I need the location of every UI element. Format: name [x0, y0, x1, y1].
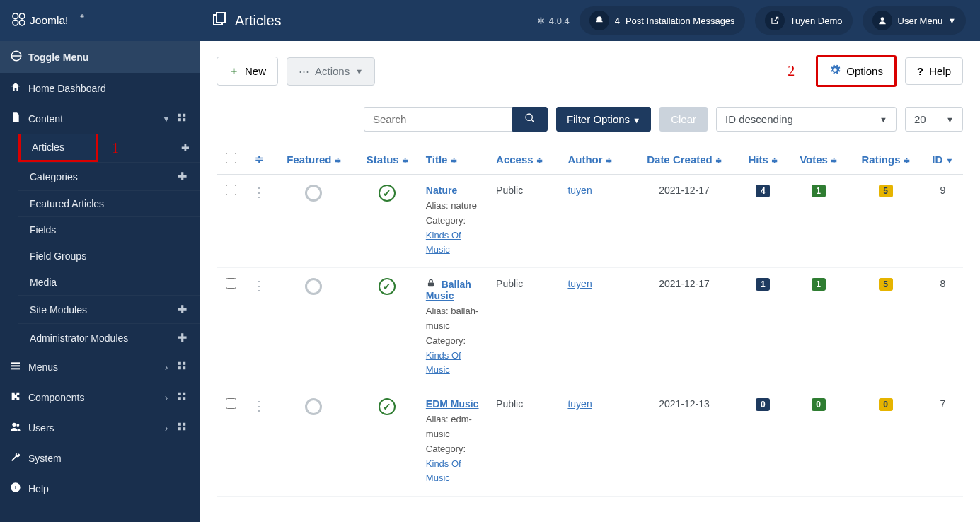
featured-toggle[interactable] [305, 278, 322, 295]
article-title-link[interactable]: EDM Music [426, 398, 479, 410]
chevron-right-icon: › [158, 392, 174, 403]
sidebar-item-content[interactable]: Content ▼ [0, 103, 200, 134]
svg-point-8 [880, 17, 884, 21]
sidebar-item-field-groups[interactable]: Field Groups [18, 243, 200, 269]
toggle-menu-button[interactable]: Toggle Menu [0, 41, 200, 73]
author-link[interactable]: tuyen [567, 398, 592, 410]
alias-label: Alias: [426, 306, 451, 316]
status-toggle[interactable]: ✓ [379, 278, 396, 295]
col-id[interactable]: ID ▼ [923, 144, 963, 175]
grid-icon[interactable] [174, 422, 190, 434]
sort-select[interactable]: ID descending ▼ [716, 107, 897, 132]
chevron-down-icon: ▼ [633, 116, 640, 124]
svg-point-34 [526, 114, 532, 120]
col-title[interactable]: Title ≑ [420, 144, 490, 175]
author-link[interactable]: tuyen [567, 185, 592, 196]
col-access[interactable]: Access ≑ [490, 144, 562, 175]
topbar: Joomla! ® Articles ✲ 4.0.4 4 Post Instal… [0, 0, 980, 41]
sidebar-item-articles[interactable]: Articles [18, 134, 98, 162]
add-admin-module-button[interactable]: ✚ [174, 331, 190, 344]
sidebar-item-help[interactable]: i Help [0, 473, 200, 504]
add-category-button[interactable]: ✚ [174, 170, 190, 183]
svg-rect-13 [178, 118, 181, 121]
actions-button[interactable]: ⋯ Actions ▼ [287, 57, 375, 86]
brand-logo[interactable]: Joomla! ® [0, 0, 200, 41]
options-button[interactable]: Options [818, 57, 894, 85]
ratings-badge: 0 [879, 398, 893, 411]
version-badge[interactable]: ✲ 4.0.4 [537, 16, 570, 26]
svg-text:Joomla!: Joomla! [30, 14, 68, 26]
featured-toggle[interactable] [305, 185, 322, 202]
add-site-module-button[interactable]: ✚ [174, 303, 190, 316]
user-menu-button[interactable]: User Menu ▼ [863, 6, 966, 35]
category-link[interactable]: Kinds Of Music [426, 458, 461, 484]
id-cell: 8 [923, 268, 963, 388]
user-icon [872, 11, 892, 30]
grid-icon[interactable] [174, 112, 190, 124]
sidebar-item-site-modules[interactable]: Site Modules ✚ [18, 295, 200, 323]
featured-toggle[interactable] [305, 398, 322, 415]
sidebar-item-system[interactable]: System [0, 443, 200, 473]
access-cell: Public [490, 388, 562, 497]
select-all-checkbox[interactable] [226, 153, 236, 163]
help-button[interactable]: ? Help [905, 57, 963, 85]
sidebar-item-media[interactable]: Media [18, 269, 200, 295]
category-link[interactable]: Kinds Of Music [426, 230, 461, 255]
col-votes[interactable]: Votes ≑ [788, 144, 848, 175]
grid-icon[interactable] [174, 361, 190, 373]
category-label: Category: [426, 335, 466, 346]
search-input[interactable] [364, 107, 512, 132]
drag-handle[interactable]: ⋮ [253, 185, 265, 199]
row-checkbox[interactable] [226, 278, 236, 289]
ratings-badge: 5 [879, 278, 893, 291]
svg-rect-20 [178, 366, 181, 369]
alias-label: Alias: [426, 414, 451, 424]
col-status[interactable]: Status ≑ [354, 144, 420, 175]
votes-badge: 1 [812, 185, 826, 197]
svg-rect-28 [178, 423, 181, 426]
col-author[interactable]: Author ≑ [562, 144, 630, 175]
status-toggle[interactable]: ✓ [379, 398, 396, 415]
col-featured[interactable]: Featured ≑ [273, 144, 354, 175]
sidebar-item-menus[interactable]: Menus › [0, 352, 200, 382]
new-button[interactable]: ＋ New [217, 57, 278, 86]
toggle-icon [10, 50, 28, 64]
row-checkbox[interactable] [226, 398, 236, 409]
svg-point-26 [12, 423, 16, 427]
bell-icon [589, 11, 609, 30]
status-toggle[interactable]: ✓ [379, 185, 396, 202]
site-preview-button[interactable]: Tuyen Demo [755, 6, 853, 35]
author-link[interactable]: tuyen [567, 278, 592, 289]
article-title-link[interactable]: Nature [426, 185, 457, 196]
clear-button[interactable]: Clear [659, 107, 708, 132]
filter-options-button[interactable]: Filter Options ▼ [556, 107, 651, 132]
limit-select[interactable]: 20 ▼ [905, 107, 963, 132]
users-icon [10, 421, 28, 434]
svg-point-3 [19, 20, 25, 25]
sidebar-item-users[interactable]: Users › [0, 412, 200, 443]
category-link[interactable]: Kinds Of Music [426, 350, 461, 376]
info-icon: i [10, 482, 28, 495]
votes-badge: 0 [812, 398, 826, 411]
col-ratings[interactable]: Ratings ≑ [848, 144, 922, 175]
post-install-button[interactable]: 4 Post Installation Messages [580, 6, 745, 35]
sidebar-item-components[interactable]: Components › [0, 382, 200, 412]
search-button[interactable] [512, 107, 548, 132]
col-order[interactable]: ≑ [245, 144, 273, 175]
add-article-button[interactable]: ✚ [181, 142, 200, 153]
main-content: ＋ New ⋯ Actions ▼ 2 Options ? Help [200, 41, 980, 522]
drag-handle[interactable]: ⋮ [253, 399, 265, 413]
hits-badge: 4 [756, 185, 770, 197]
article-meta: Alias: ballah-musicCategory: Kinds Of Mu… [426, 304, 485, 378]
sidebar-item-admin-modules[interactable]: Administrator Modules ✚ [18, 323, 200, 352]
sidebar-item-categories[interactable]: Categories ✚ [18, 162, 200, 190]
search-icon [524, 112, 536, 124]
sidebar-item-featured[interactable]: Featured Articles [18, 190, 200, 216]
col-date[interactable]: Date Created ≑ [631, 144, 738, 175]
grid-icon[interactable] [174, 391, 190, 403]
drag-handle[interactable]: ⋮ [253, 279, 265, 293]
sidebar-item-fields[interactable]: Fields [18, 216, 200, 243]
col-hits[interactable]: Hits ≑ [738, 144, 788, 175]
sidebar-item-home[interactable]: Home Dashboard [0, 73, 200, 103]
row-checkbox[interactable] [226, 185, 236, 195]
